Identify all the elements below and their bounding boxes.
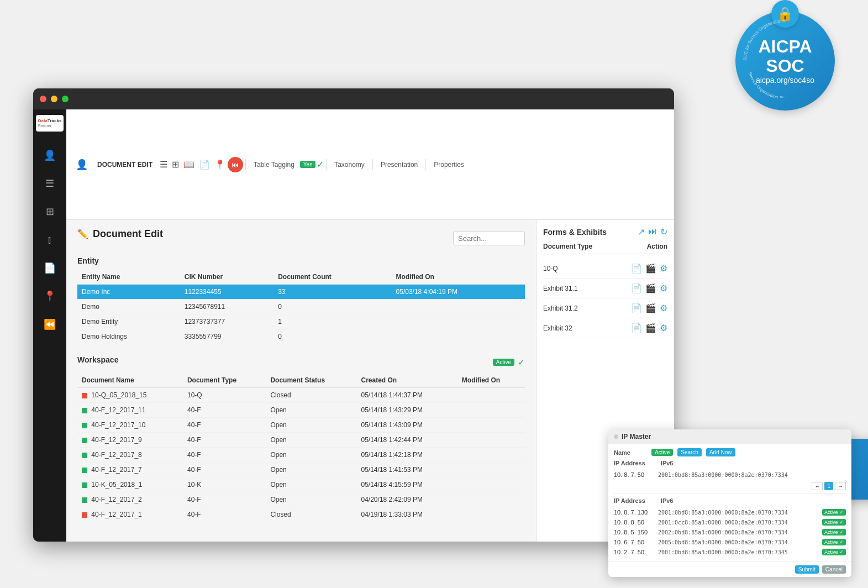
ws-doc-type: 40-F (183, 448, 266, 463)
doc-action-icon[interactable]: 📄 (631, 303, 642, 313)
doc-color-icon (82, 497, 87, 503)
workspace-table-row[interactable]: 40-F_12_2017_10 40-F Open 05/14/18 1:43:… (77, 418, 525, 433)
ws-doc-type: 40-F (183, 403, 266, 418)
entity-col-name: Entity Name (77, 270, 180, 285)
entity-cik: 12345678911 (180, 300, 273, 314)
workspace-table-row[interactable]: 10-K_05_2018_1 10-K Open 05/14/18 4:15:5… (77, 477, 525, 492)
workspace-table-row[interactable]: 10-Q_05_2018_15 10-Q Closed 05/14/18 1:4… (77, 388, 525, 403)
ip-row-active: Active ✓ (822, 509, 846, 516)
ws-col-modified: Modified On (457, 373, 525, 388)
ws-doc-modified (457, 463, 525, 477)
ws-doc-created: 05/14/18 1:43:09 PM (357, 418, 457, 433)
tab-table-tagging[interactable]: Table Tagging (248, 161, 300, 169)
doc-icon[interactable]: 📄 (197, 158, 212, 171)
ip-master-header: IP Master (608, 429, 851, 444)
panel-forward-icon[interactable]: ⏭ (648, 227, 657, 237)
sidebar-item-file[interactable]: 📄 (40, 258, 60, 278)
ip-search-button[interactable]: Search (677, 448, 702, 456)
ip-cancel-button[interactable]: Cancel (822, 565, 846, 574)
ip-row-ipv6: 2001:0bd8:85a3:0000:0000:8a2e:0370:7334 (658, 510, 817, 516)
code-action-icon[interactable]: ⚙ (660, 323, 667, 333)
tab-taxonomy[interactable]: Taxonomy (329, 161, 370, 169)
record-button[interactable]: ⏮ (228, 157, 243, 172)
panel-row[interactable]: Exhibit 32 📄 🎬 ⚙ (543, 318, 667, 338)
app-window: DataTracks Partner 👤 ☰ ⊞ ⫿ 📄 📍 ⏪ 👤 DOCUM… (33, 88, 674, 542)
ws-doc-name: 40-F_12_2017_10 (77, 418, 183, 433)
sidebar-item-back[interactable]: ⏪ (40, 314, 60, 334)
ip-row-address: 10. 8. 7. 130 (614, 509, 653, 516)
search-input[interactable] (453, 232, 525, 245)
tab-properties[interactable]: Properties (428, 161, 470, 169)
ws-doc-name: 10-Q_05_2018_15 (77, 388, 183, 403)
ip-page-1-button[interactable]: 1 (824, 482, 833, 490)
workspace-table-row[interactable]: 40-F_12_2017_9 40-F Open 05/14/18 1:42:4… (77, 433, 525, 448)
ws-doc-created: 05/14/18 1:41:53 PM (357, 463, 457, 477)
panel-row-actions: 📄 🎬 ⚙ (631, 283, 667, 293)
table-icon[interactable]: ⊞ (170, 158, 181, 171)
pin-icon[interactable]: 📍 (212, 158, 228, 171)
panel-refresh-icon[interactable]: ↻ (660, 227, 667, 237)
ip-prev-button[interactable]: ← (812, 482, 823, 490)
video-action-icon[interactable]: 🎬 (645, 303, 656, 313)
video-action-icon[interactable]: 🎬 (645, 283, 656, 293)
panel-row[interactable]: 10-Q 📄 🎬 ⚙ (543, 259, 667, 279)
sidebar-item-grid[interactable]: ⊞ (40, 202, 60, 222)
ws-doc-type: 40-F (183, 463, 266, 477)
workspace-table-row[interactable]: 40-F_12_2017_7 40-F Open 05/14/18 1:41:5… (77, 463, 525, 477)
workspace-table-row[interactable]: 40-F_12_2017_11 40-F Open 05/14/18 1:43:… (77, 403, 525, 418)
code-action-icon[interactable]: ⚙ (660, 303, 667, 313)
entity-table-row[interactable]: Demo Entity 12373737377 1 (77, 314, 525, 329)
entity-cik: 1122334455 (180, 285, 273, 300)
aicpa-badge: 🔒 AICPA SOC aicpa.org/soc4so SOC for Ser… (735, 11, 846, 122)
ip-row-active: Active ✓ (822, 529, 846, 536)
minimize-button[interactable] (51, 96, 57, 102)
user-icon: 👤 (72, 155, 92, 175)
code-action-icon[interactable]: ⚙ (660, 283, 667, 293)
ip-master-panel: IP Master Name Active Search Add Now IP … (608, 429, 851, 577)
entity-col-count: Document Count (273, 270, 391, 285)
ip-submit-button[interactable]: Submit (795, 565, 819, 574)
entity-cik: 12373737377 (180, 314, 273, 329)
ws-doc-status: Open (266, 418, 356, 433)
book-icon[interactable]: 📖 (181, 158, 197, 171)
sidebar-item-columns[interactable]: ⫿ (40, 230, 60, 250)
doc-action-icon[interactable]: 📄 (631, 283, 642, 293)
ws-col-status: Document Status (266, 373, 356, 388)
entity-table-row[interactable]: Demo 12345678911 0 (77, 300, 525, 314)
ip-master-row: 10. 8. 8. 50 2001:0cc8:85a3:0000:0000:8a… (614, 517, 846, 527)
entity-table-row[interactable]: Demo Inc 1122334455 33 05/03/18 4:04:19 … (77, 285, 525, 300)
panel-row[interactable]: Exhibit 31.1 📄 🎬 ⚙ (543, 279, 667, 298)
ip-pagination: ← 1 → (614, 482, 846, 490)
video-action-icon[interactable]: 🎬 (645, 323, 656, 333)
panel-external-icon[interactable]: ↗ (638, 227, 645, 237)
ip-add-button[interactable]: Add Now (706, 448, 735, 456)
ip-row-address: 10. 8. 8. 50 (614, 519, 653, 526)
panel-row-label: Exhibit 31.1 (543, 285, 578, 292)
workspace-table-row[interactable]: 40-F_12_2017_8 40-F Open 05/14/18 1:42:1… (77, 448, 525, 463)
entity-table-row[interactable]: Demo Holdings 3335557799 0 (77, 329, 525, 344)
doc-color-icon (82, 468, 87, 473)
tab-presentation[interactable]: Presentation (375, 161, 423, 169)
ws-doc-modified (457, 418, 525, 433)
list-icon[interactable]: ☰ (157, 158, 170, 171)
close-button[interactable] (40, 96, 46, 102)
ip-next-button[interactable]: → (835, 482, 846, 490)
maximize-button[interactable] (62, 96, 69, 102)
doc-action-icon[interactable]: 📄 (631, 323, 642, 333)
ws-doc-status: Open (266, 463, 356, 477)
sidebar-item-user[interactable]: 👤 (40, 145, 60, 165)
workspace-table-row[interactable]: 40-F_12_2017_2 40-F Open 04/20/18 2:42:0… (77, 492, 525, 507)
sidebar-item-list[interactable]: ☰ (40, 174, 60, 193)
entity-section-label: Entity (77, 256, 525, 265)
doc-action-icon[interactable]: 📄 (631, 263, 642, 274)
sidebar-item-location[interactable]: 📍 (40, 286, 60, 306)
code-action-icon[interactable]: ⚙ (660, 263, 667, 274)
ws-doc-type: 40-F (183, 492, 266, 507)
workspace-table-row[interactable]: 40-F_12_2017_1 40-F Closed 04/19/18 1:33… (77, 507, 525, 522)
video-action-icon[interactable]: 🎬 (645, 263, 656, 274)
workspace-active-badge: Active (493, 359, 514, 366)
doc-color-icon (82, 393, 87, 398)
panel-row[interactable]: Exhibit 31.2 📄 🎬 ⚙ (543, 298, 667, 318)
doc-color-icon (82, 482, 87, 488)
ws-doc-modified (457, 388, 525, 403)
